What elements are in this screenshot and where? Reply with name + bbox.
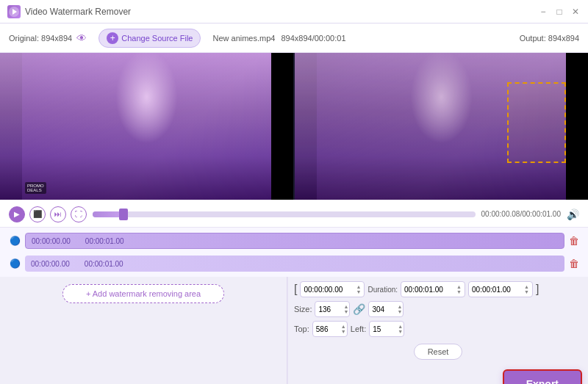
time-start-spinners: ▲ ▼ xyxy=(356,284,362,294)
spin-up-3[interactable]: ▲ xyxy=(524,284,529,289)
change-source-button[interactable]: + Change Source File xyxy=(98,29,201,48)
play-controls: ▶ ⬛ ⏭ ⛶ xyxy=(9,206,87,222)
track-bar-2[interactable]: 00:00:00.00 00:00:01.00 xyxy=(25,256,564,272)
spin-down-3[interactable]: ▼ xyxy=(524,289,529,294)
track-1-start: 00:00:00.00 xyxy=(32,237,71,245)
left-input[interactable]: ▲ ▼ xyxy=(369,321,404,337)
tracks-area: 🔵 00:00:00.00 00:00:01.00 🗑 🔵 00:00:00.0… xyxy=(0,228,588,277)
original-label: Original: 894x894 xyxy=(9,34,72,43)
bracket-open: [ xyxy=(294,283,297,296)
spin-down-2[interactable]: ▼ xyxy=(456,289,462,294)
size-row: Size: ▲ ▼ 🔗 ▲ ▼ xyxy=(294,301,582,317)
link-icon[interactable]: 🔗 xyxy=(353,303,365,315)
bracket-close: ] xyxy=(536,283,539,296)
size-label: Size: xyxy=(294,305,312,314)
position-row: Top: ▲ ▼ Left: ▲ ▼ xyxy=(294,321,582,337)
spin-up-t[interactable]: ▲ xyxy=(341,324,346,329)
volume-icon[interactable]: 🔊 xyxy=(567,209,579,220)
app-logo xyxy=(7,5,21,18)
left-label: Left: xyxy=(351,325,366,333)
height-field[interactable] xyxy=(372,305,395,314)
duration-field[interactable] xyxy=(404,286,455,294)
change-source-label: Change Source File xyxy=(121,34,193,43)
video-area: PROMODEALS xyxy=(0,53,588,200)
duration-label: Duration: xyxy=(368,286,398,294)
spin-up-2[interactable]: ▲ xyxy=(456,284,462,289)
right-panel: [ ▲ ▼ Duration: ▲ ▼ ▲ ▼ xyxy=(287,277,588,384)
track-2-end: 00:00:01.00 xyxy=(85,260,123,268)
spin-up-l[interactable]: ▲ xyxy=(398,324,403,329)
export-button[interactable]: Export xyxy=(503,369,582,384)
window-controls: − □ ✕ xyxy=(538,7,581,17)
add-watermark-button[interactable]: + Add watermark removing area xyxy=(62,284,224,303)
fullscreen-button[interactable]: ⛶ xyxy=(71,206,87,222)
file-name: New animes.mp4 xyxy=(212,34,275,43)
time-start-field[interactable] xyxy=(304,286,354,294)
spin-down-h[interactable]: ▼ xyxy=(397,309,402,314)
spin-down-1[interactable]: ▼ xyxy=(356,289,362,294)
minimize-button[interactable]: − xyxy=(538,7,548,17)
toolbar: Original: 894x894 👁 + Change Source File… xyxy=(0,23,588,53)
track-2-start: 00:00:00.00 xyxy=(31,260,70,268)
time-end-spinners: ▲ ▼ xyxy=(524,284,529,294)
width-field[interactable] xyxy=(318,305,342,314)
file-info: New animes.mp4 894x894/00:00:01 xyxy=(212,34,345,43)
black-bar-right xyxy=(271,53,293,200)
track-row-1: 🔵 00:00:00.00 00:00:01.00 🗑 xyxy=(9,231,579,251)
main-content: + Add watermark removing area [ ▲ ▼ Dura… xyxy=(0,277,588,384)
eye-icon[interactable]: 👁 xyxy=(76,32,87,44)
spin-down-w[interactable]: ▼ xyxy=(343,309,348,314)
maximize-button[interactable]: □ xyxy=(554,7,564,17)
original-video: PROMODEALS xyxy=(0,53,293,200)
reset-button[interactable]: Reset xyxy=(414,344,463,360)
time-range-row: [ ▲ ▼ Duration: ▲ ▼ ▲ ▼ xyxy=(294,281,582,297)
play-button[interactable]: ▶ xyxy=(9,206,25,222)
duration-spinners: ▲ ▼ xyxy=(456,284,462,294)
duration-input[interactable]: ▲ ▼ xyxy=(401,281,465,297)
plus-circle-icon: + xyxy=(107,32,118,44)
track-icon-1: 🔵 xyxy=(9,235,21,247)
black-bar-right2 xyxy=(566,53,588,200)
file-details: 894x894/00:00:01 xyxy=(281,34,345,43)
time-end-field[interactable] xyxy=(472,286,523,294)
track-bar-1[interactable]: 00:00:00.00 00:00:01.00 xyxy=(25,233,564,249)
track-1-end: 00:00:01.00 xyxy=(85,237,124,245)
spin-up-w[interactable]: ▲ xyxy=(343,304,348,309)
progress-thumb[interactable] xyxy=(119,209,128,220)
spin-up-1[interactable]: ▲ xyxy=(356,284,362,289)
original-info: Original: 894x894 👁 xyxy=(9,32,87,44)
anime-figure-left xyxy=(0,53,293,200)
time-display: 00:00:00.08/00:00:01.00 xyxy=(481,210,561,218)
progress-bar[interactable] xyxy=(93,211,476,217)
selection-overlay[interactable] xyxy=(507,82,566,163)
app-title: Video Watermark Remover xyxy=(25,7,538,17)
output-info: Output: 894x894 xyxy=(520,34,579,43)
output-video xyxy=(295,53,588,200)
corner-watermark: PROMODEALS xyxy=(25,182,46,194)
spin-down-l[interactable]: ▼ xyxy=(398,329,403,334)
close-button[interactable]: ✕ xyxy=(570,7,581,17)
spin-up-h[interactable]: ▲ xyxy=(397,304,402,309)
stop-button[interactable]: ⬛ xyxy=(29,206,46,222)
left-panel: + Add watermark removing area xyxy=(0,277,287,384)
titlebar: Video Watermark Remover − □ ✕ xyxy=(0,0,588,23)
width-input[interactable]: ▲ ▼ xyxy=(315,301,350,317)
top-input[interactable]: ▲ ▼ xyxy=(312,321,348,337)
output-video-panel xyxy=(295,53,588,200)
original-video-panel: PROMODEALS xyxy=(0,53,293,200)
next-frame-button[interactable]: ⏭ xyxy=(50,206,66,222)
time-end-input[interactable]: ▲ ▼ xyxy=(468,281,533,297)
track-icon-2: 🔵 xyxy=(9,258,21,269)
spin-down-t[interactable]: ▼ xyxy=(341,329,346,334)
track-delete-2[interactable]: 🗑 xyxy=(569,258,579,269)
top-label: Top: xyxy=(294,325,309,333)
height-input[interactable]: ▲ ▼ xyxy=(368,301,404,317)
time-start-input[interactable]: ▲ ▼ xyxy=(300,281,365,297)
top-field[interactable] xyxy=(316,325,340,333)
timeline-area: ▶ ⬛ ⏭ ⛶ 00:00:00.08/00:00:01.00 🔊 xyxy=(0,200,588,228)
track-row-2: 🔵 00:00:00.00 00:00:01.00 🗑 xyxy=(9,253,579,274)
track-delete-1[interactable]: 🗑 xyxy=(569,235,579,247)
left-field[interactable] xyxy=(373,325,396,333)
